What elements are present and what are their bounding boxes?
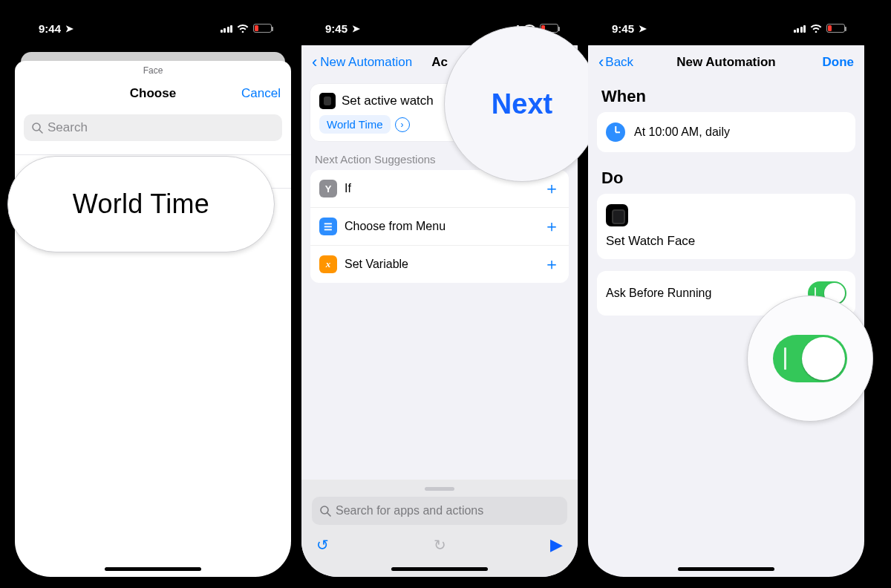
svg-line-1 bbox=[39, 130, 42, 133]
bottom-panel: Search for apps and actions ↺ ↻ ▶ bbox=[301, 480, 578, 577]
redo-button: ↻ bbox=[434, 536, 446, 554]
add-icon[interactable]: ＋ bbox=[544, 177, 560, 200]
search-icon bbox=[319, 505, 331, 517]
suggestion-label: Set Variable bbox=[345, 258, 408, 271]
battery-icon bbox=[253, 24, 272, 33]
ask-before-running-label: Ask Before Running bbox=[606, 287, 711, 300]
drag-handle[interactable] bbox=[425, 487, 454, 491]
undo-button[interactable]: ↺ bbox=[316, 536, 329, 554]
sheet-header: Choose Cancel bbox=[15, 77, 291, 110]
search-placeholder: Search bbox=[48, 120, 88, 135]
status-bar: 9:44 ➤ bbox=[15, 11, 291, 45]
callout-magnifier-toggle bbox=[747, 295, 873, 422]
do-header: Do bbox=[601, 169, 851, 188]
watch-app-icon bbox=[606, 204, 628, 226]
location-icon: ➤ bbox=[65, 23, 74, 34]
battery-icon bbox=[826, 24, 845, 33]
watch-app-icon bbox=[319, 93, 336, 109]
status-time: 9:45 bbox=[325, 22, 347, 35]
variable-icon: x bbox=[319, 255, 337, 273]
actions-search-input[interactable]: Search for apps and actions bbox=[312, 497, 567, 525]
callout-label: Next bbox=[492, 88, 552, 120]
location-icon: ➤ bbox=[639, 23, 647, 34]
clock-icon bbox=[606, 122, 625, 142]
back-button[interactable]: ‹ Back bbox=[598, 54, 633, 71]
when-header: When bbox=[601, 87, 851, 106]
watch-face-chip[interactable]: World Time bbox=[319, 115, 391, 134]
choose-sheet: Face Choose Cancel Search World Time Ask… bbox=[15, 61, 291, 577]
callout-magnifier-next: Next bbox=[444, 26, 600, 182]
toggle-magnified bbox=[773, 335, 847, 382]
nav-title: New Automation bbox=[676, 55, 775, 70]
nav-title-partial: Ac bbox=[431, 55, 448, 70]
status-bar: 9:45 ➤ bbox=[588, 11, 864, 45]
phone-screen-3: 9:45 ➤ ‹ Back New Automation Done When bbox=[588, 11, 864, 577]
suggestions-list: Y If ＋ ☰ Choose from Menu ＋ x Set Variab… bbox=[310, 170, 569, 283]
status-time: 9:44 bbox=[39, 22, 61, 35]
cell-signal-icon bbox=[221, 24, 233, 33]
phone-screen-2: 9:45 ➤ ‹ New Automation Ac Next bbox=[301, 11, 578, 577]
action-label: Set active watch bbox=[342, 94, 434, 108]
chevron-left-icon: ‹ bbox=[312, 54, 317, 71]
actions-search-placeholder: Search for apps and actions bbox=[336, 504, 483, 517]
sheet-title: Choose bbox=[130, 86, 176, 101]
run-button[interactable]: ▶ bbox=[550, 535, 563, 555]
chevron-left-icon: ‹ bbox=[598, 54, 604, 71]
expand-chip-button[interactable]: › bbox=[395, 117, 410, 132]
back-button[interactable]: ‹ New Automation bbox=[312, 54, 412, 71]
add-icon[interactable]: ＋ bbox=[544, 215, 560, 238]
home-indicator[interactable] bbox=[391, 567, 488, 571]
when-text: At 10:00 AM, daily bbox=[634, 125, 730, 139]
search-icon bbox=[31, 122, 43, 134]
suggestion-label: Choose from Menu bbox=[345, 220, 446, 233]
sheet-context-label: Face bbox=[15, 65, 291, 76]
callout-label: World Time bbox=[73, 189, 209, 220]
do-label: Set Watch Face bbox=[606, 234, 846, 249]
back-label: Back bbox=[605, 55, 633, 70]
status-time: 9:45 bbox=[612, 22, 634, 35]
back-label: New Automation bbox=[320, 55, 412, 70]
branch-icon: Y bbox=[319, 180, 337, 197]
suggestion-set-variable[interactable]: x Set Variable ＋ bbox=[310, 246, 569, 283]
nav-bar: ‹ Back New Automation Done bbox=[588, 45, 864, 79]
phone-screen-1: 9:44 ➤ Face Choose Cancel bbox=[15, 11, 291, 577]
when-card[interactable]: At 10:00 AM, daily bbox=[597, 112, 855, 152]
wifi-icon bbox=[810, 24, 822, 33]
home-indicator[interactable] bbox=[678, 567, 774, 571]
svg-line-3 bbox=[327, 513, 330, 516]
suggestion-label: If bbox=[345, 182, 351, 195]
wifi-icon bbox=[237, 24, 249, 33]
location-icon: ➤ bbox=[352, 23, 360, 34]
add-icon[interactable]: ＋ bbox=[544, 253, 560, 275]
cancel-button[interactable]: Cancel bbox=[241, 86, 281, 101]
do-card[interactable]: Set Watch Face bbox=[597, 194, 855, 259]
home-indicator[interactable] bbox=[105, 567, 201, 571]
toggle-on-mark bbox=[784, 347, 786, 370]
cell-signal-icon bbox=[794, 24, 806, 33]
done-button[interactable]: Done bbox=[823, 55, 855, 70]
suggestion-choose-menu[interactable]: ☰ Choose from Menu ＋ bbox=[310, 208, 569, 246]
search-input[interactable]: Search bbox=[24, 114, 282, 141]
menu-icon: ☰ bbox=[319, 218, 337, 235]
callout-magnifier-world-time: World Time bbox=[7, 156, 275, 252]
toggle-knob bbox=[802, 337, 845, 380]
